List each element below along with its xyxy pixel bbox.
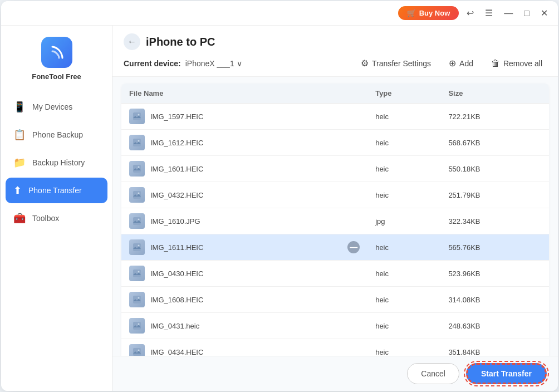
cell-size: 322.34KB (440, 208, 549, 234)
svg-rect-18 (133, 348, 141, 356)
cell-type: heic (367, 339, 440, 356)
table-row[interactable]: IMG_1608.HEICheic314.08KB (121, 287, 549, 313)
file-table-container[interactable]: File Name Type Size IMG_1597.HEICheic722… (112, 77, 558, 356)
sidebar-item-backup-history[interactable]: 📁 Backup History (6, 150, 107, 175)
phone-icon: 📱 (13, 101, 26, 113)
svg-point-5 (138, 166, 140, 168)
remove-all-label: Remove all (503, 59, 542, 68)
device-actions: ⚙ Transfer Settings ⊕ Add 🗑 Remove all (356, 56, 547, 71)
menu-button[interactable]: ☰ (482, 6, 496, 21)
cell-filename: IMG_0430.HEIC (121, 261, 367, 287)
sidebar-item-toolbox[interactable]: 🧰 Toolbox (6, 205, 107, 231)
table-row[interactable]: IMG_1611.HEIC—heic565.76KB (121, 234, 549, 261)
start-transfer-button[interactable]: Start Transfer (466, 363, 547, 384)
content-header: ← iPhone to PC Current device: iPhoneX _… (112, 26, 558, 77)
toolbox-icon: 🧰 (13, 212, 26, 224)
column-size: Size (440, 84, 549, 104)
table-row[interactable]: IMG_1612.HEICheic568.67KB (121, 130, 549, 156)
filename-text: IMG_1612.HEIC (150, 139, 203, 147)
file-thumbnail (129, 266, 145, 281)
svg-point-1 (138, 114, 140, 116)
filename-text: IMG_1608.HEIC (150, 296, 203, 304)
menu-icon: ☰ (485, 8, 493, 18)
device-dropdown[interactable]: iPhoneX ___1 ∨ (185, 59, 242, 68)
table-row[interactable]: IMG_1610.JPGjpg322.34KB (121, 208, 549, 234)
transfer-settings-button[interactable]: ⚙ Transfer Settings (356, 56, 435, 71)
cell-filename: IMG_0432.HEIC (121, 182, 367, 208)
minimize-button[interactable]: — (501, 6, 516, 21)
add-button[interactable]: ⊕ Add (444, 56, 478, 71)
cell-size: 523.96KB (440, 261, 549, 287)
svg-rect-8 (133, 217, 141, 225)
svg-rect-2 (133, 139, 141, 146)
close-button[interactable]: ✕ (537, 6, 551, 21)
file-thumbnail (129, 292, 145, 307)
filename-text: IMG_1597.HEIC (150, 112, 203, 121)
sidebar: FoneTool Free 📱 My Devices 📋 Phone Backu… (1, 26, 112, 391)
cell-size: 568.67KB (440, 130, 549, 156)
cell-type: heic (367, 182, 440, 208)
table-row[interactable]: IMG_0430.HEICheic523.96KB (121, 261, 549, 287)
file-thumbnail (129, 109, 145, 124)
remove-all-button[interactable]: 🗑 Remove all (487, 56, 547, 71)
device-name: iPhoneX ___1 (185, 59, 234, 68)
buy-now-button[interactable]: 🛒 Buy Now (398, 6, 459, 20)
sidebar-label-backup-history: Backup History (32, 158, 85, 167)
selected-indicator: — (347, 241, 360, 253)
table-row[interactable]: IMG_1597.HEICheic722.21KB (121, 104, 549, 130)
cell-filename: IMG_1601.HEIC (121, 156, 367, 182)
table-header-row: File Name Type Size (121, 84, 549, 104)
sidebar-label-phone-backup: Phone Backup (32, 130, 83, 139)
column-type: Type (367, 84, 440, 104)
page-title: iPhone to PC (146, 36, 215, 48)
filename-text: IMG_0431.heic (150, 322, 199, 330)
app-window: 🛒 Buy Now ↩ ☰ — □ ✕ (1, 1, 558, 391)
table-row[interactable]: IMG_1601.HEICheic550.18KB (121, 156, 549, 182)
main-layout: FoneTool Free 📱 My Devices 📋 Phone Backu… (1, 26, 558, 391)
cell-filename: IMG_1608.HEIC (121, 287, 367, 313)
svg-point-9 (138, 219, 140, 220)
minimize-icon: — (504, 8, 513, 18)
chevron-down-icon: ∨ (237, 59, 242, 68)
table-row[interactable]: IMG_0432.HEICheic251.79KB (121, 182, 549, 208)
content-area: ← iPhone to PC Current device: iPhoneX _… (112, 26, 558, 391)
cart-icon: 🛒 (407, 9, 416, 17)
svg-point-17 (138, 324, 140, 325)
cell-filename: IMG_0431.heic (121, 313, 367, 339)
cell-type: heic (367, 156, 440, 182)
sidebar-item-phone-backup[interactable]: 📋 Phone Backup (6, 122, 107, 148)
svg-rect-12 (133, 270, 141, 277)
sidebar-nav: 📱 My Devices 📋 Phone Backup 📁 Backup His… (1, 94, 112, 231)
cell-type: heic (367, 104, 440, 130)
transfer-settings-label: Transfer Settings (372, 59, 431, 68)
cell-size: 565.76KB (440, 234, 549, 261)
filename-text: IMG_1611.HEIC (150, 243, 203, 252)
sidebar-item-my-devices[interactable]: 📱 My Devices (6, 94, 107, 120)
file-thumbnail (129, 213, 145, 229)
file-thumbnail (129, 187, 145, 203)
file-thumbnail (129, 318, 145, 334)
cancel-button[interactable]: Cancel (407, 363, 459, 384)
sidebar-item-phone-transfer[interactable]: ⬆ Phone Transfer (6, 178, 107, 203)
svg-rect-14 (133, 296, 141, 303)
transfer-icon: ⬆ (13, 184, 22, 197)
table-row[interactable]: IMG_0431.heicheic248.63KB (121, 313, 549, 339)
filename-text: IMG_1601.HEIC (150, 165, 203, 173)
file-thumbnail (129, 239, 145, 255)
table-row[interactable]: IMG_0434.HEICheic351.84KB (121, 339, 549, 356)
cell-type: heic (367, 287, 440, 313)
filename-text: IMG_0432.HEIC (150, 191, 203, 199)
maximize-button[interactable]: □ (521, 6, 533, 21)
page-title-row: ← iPhone to PC (124, 33, 547, 50)
svg-point-19 (138, 350, 140, 351)
file-thumbnail (129, 161, 145, 177)
svg-rect-0 (133, 112, 141, 120)
content-footer: Cancel Start Transfer (112, 356, 558, 391)
undo-button[interactable]: ↩ (463, 6, 477, 21)
history-icon: 📁 (13, 156, 26, 169)
svg-point-15 (138, 297, 140, 299)
file-thumbnail (129, 344, 145, 356)
svg-rect-4 (133, 165, 141, 173)
column-filename: File Name (121, 84, 367, 104)
back-button[interactable]: ← (124, 33, 140, 50)
